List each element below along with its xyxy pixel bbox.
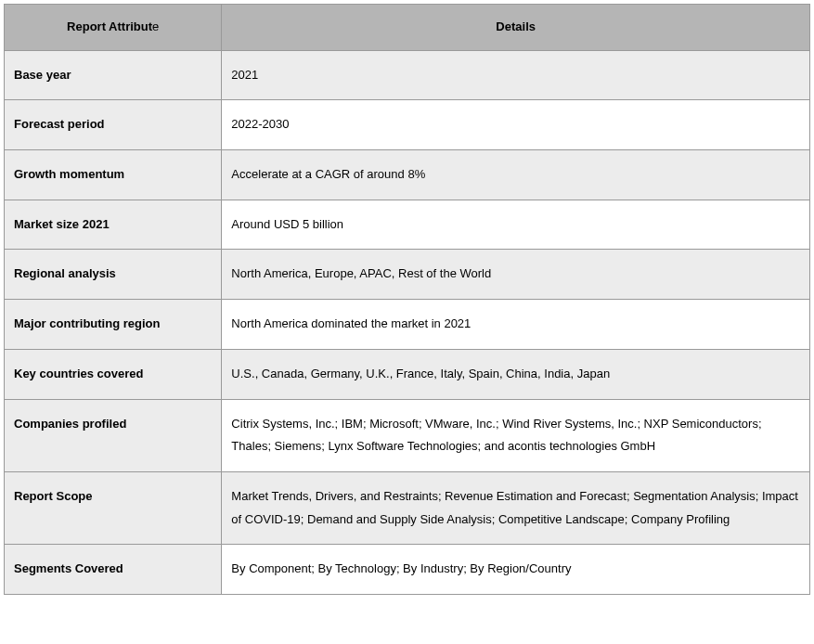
row-attribute: Regional analysis <box>5 250 222 300</box>
table-row: Key countries coveredU.S., Canada, Germa… <box>5 349 810 399</box>
table-row: Report ScopeMarket Trends, Drivers, and … <box>5 471 810 544</box>
table-row: Base year2021 <box>5 50 810 100</box>
row-attribute: Market size 2021 <box>5 200 222 250</box>
table-row: Companies profiledCitrix Systems, Inc.; … <box>5 399 810 471</box>
header-attribute: Report Attribute <box>5 5 222 51</box>
row-attribute: Forecast period <box>5 100 222 150</box>
header-details: Details <box>222 5 810 51</box>
table-row: Forecast period2022-2030 <box>5 100 810 150</box>
row-detail: Citrix Systems, Inc.; IBM; Microsoft; VM… <box>222 399 810 471</box>
row-attribute: Major contributing region <box>5 300 222 350</box>
row-detail: U.S., Canada, Germany, U.K., France, Ita… <box>222 349 810 399</box>
header-attr-trail: e <box>152 19 159 33</box>
row-attribute: Segments Covered <box>5 545 222 595</box>
table-header-row: Report Attribute Details <box>5 5 810 51</box>
row-attribute: Key countries covered <box>5 349 222 399</box>
row-detail: Accelerate at a CAGR of around 8% <box>222 150 810 200</box>
row-attribute: Companies profiled <box>5 399 222 471</box>
report-attribute-table: Report Attribute Details Base year2021Fo… <box>4 4 810 595</box>
row-attribute: Growth momentum <box>5 150 222 200</box>
table-row: Market size 2021Around USD 5 billion <box>5 200 810 250</box>
row-detail: North America dominated the market in 20… <box>222 300 810 350</box>
row-attribute: Base year <box>5 50 222 100</box>
row-attribute: Report Scope <box>5 471 222 544</box>
table-row: Regional analysisNorth America, Europe, … <box>5 250 810 300</box>
row-detail: Around USD 5 billion <box>222 200 810 250</box>
row-detail: 2021 <box>222 50 810 100</box>
row-detail: By Component; By Technology; By Industry… <box>222 545 810 595</box>
row-detail: North America, Europe, APAC, Rest of the… <box>222 250 810 300</box>
row-detail: Market Trends, Drivers, and Restraints; … <box>222 471 810 544</box>
table-row: Growth momentumAccelerate at a CAGR of a… <box>5 150 810 200</box>
row-detail: 2022-2030 <box>222 100 810 150</box>
table-body: Base year2021Forecast period2022-2030Gro… <box>5 50 810 594</box>
table-row: Segments CoveredBy Component; By Technol… <box>5 545 810 595</box>
table-row: Major contributing regionNorth America d… <box>5 300 810 350</box>
header-attr-bold: Report Attribut <box>67 19 152 33</box>
